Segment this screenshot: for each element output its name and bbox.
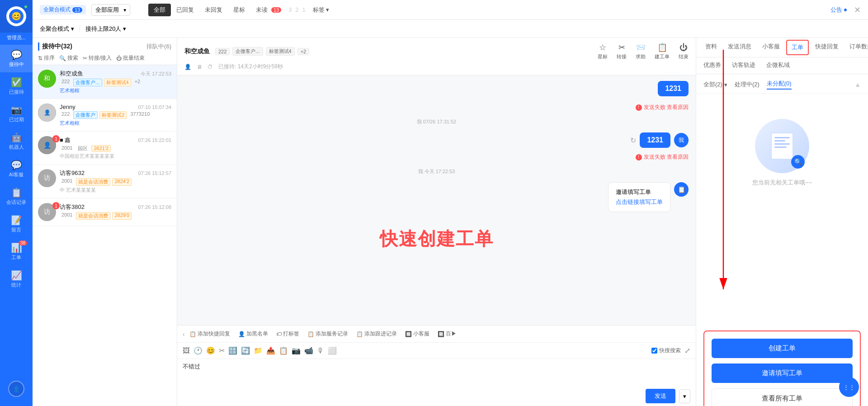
filter-tab-starred[interactable]: 星标 [228, 4, 250, 16]
float-action-button[interactable]: ⋮⋮ [839, 377, 859, 397]
device-icon: 🖥 [197, 64, 202, 70]
batch-end-tool[interactable]: ⏻ 批量结束 [116, 54, 145, 62]
bottom-avatar[interactable]: 👤 [0, 381, 33, 397]
chat-input[interactable]: 不错过 [183, 363, 690, 376]
section-tab-all[interactable]: 全部(2) ▾ [703, 80, 727, 89]
follow-log-btn[interactable]: 📋 添加跟进记录 [353, 328, 401, 340]
section-tab-processing[interactable]: 处理中(2) [735, 80, 760, 89]
subtab-visit-track[interactable]: 访客轨迹 [730, 57, 757, 74]
sidebar-item-reception[interactable]: 💬 接待中 [0, 45, 33, 72]
close-icon[interactable]: ✕ [854, 5, 861, 15]
upload-icon[interactable]: 📤 [266, 346, 275, 355]
queue-label[interactable]: 排队中(6) [146, 42, 171, 51]
chat-item[interactable]: 访 访客9632 07:26 15:12:57 2001 就是会话消费 2824… [33, 165, 177, 198]
tab-send-msg[interactable]: 发送消息 [722, 38, 757, 57]
sidebar-item-ai[interactable]: 💬 AI客服 [0, 155, 33, 183]
quick-search-checkbox[interactable] [651, 348, 657, 354]
emoji-icon[interactable]: 😊 [206, 346, 215, 355]
tab-quick-reply[interactable]: 快捷回复 [810, 38, 844, 57]
msg-error2[interactable]: ! 发送失败 查看原因 [636, 153, 689, 161]
sidebar-item-history[interactable]: 📋 会话记录 [0, 183, 33, 210]
sidebar-item-workorder[interactable]: 38 📊 工单 [0, 238, 33, 265]
tab-workorder[interactable]: 工单 [786, 40, 809, 55]
mode-dropdown-btn[interactable]: 全聚合模式 ▾ [40, 25, 74, 33]
transfer-action[interactable]: ✂ 转接 [617, 42, 627, 60]
sidebar-item-message[interactable]: 📝 留言 [0, 210, 33, 238]
mini-service-btn[interactable]: 🔲 小客服 [401, 328, 433, 340]
folder-icon[interactable]: 📁 [254, 346, 263, 355]
help-action[interactable]: 📨 求助 [636, 42, 646, 60]
filter-tab-tags[interactable]: 标签 ▾ [307, 4, 335, 16]
sort-tool[interactable]: ⇅ 排序 [38, 54, 55, 62]
image-icon[interactable]: 🖼 [183, 347, 190, 355]
filter-tab-replied[interactable]: 已回复 [171, 4, 199, 16]
tag-btn[interactable]: 🏷 打标签 [273, 328, 303, 340]
chat-item[interactable]: 和 和空成鱼 今天 17:22:53 222 企微客户... 标签测试4 +2 [33, 65, 177, 99]
user-avatar[interactable]: 👤 [8, 381, 24, 397]
video-icon[interactable]: 📹 [304, 346, 313, 355]
chat-item[interactable]: 1 访 访客3802 07:26 15:12:08 2001 就是会话消费 28… [33, 198, 177, 226]
sidebar-item-accepted[interactable]: ✅ 已接待 [0, 72, 33, 100]
preview-link[interactable]: 艺术相框 [60, 88, 80, 93]
section-tabs: 全部(2) ▾ 处理中(2) 未分配(0) ▲ [696, 74, 868, 94]
msg-time2: 我 今天 17:22:53 [184, 168, 689, 175]
send-button[interactable]: 发送 [646, 389, 675, 403]
search-tool[interactable]: 🔍 搜索 [59, 54, 78, 62]
section-tab-unassigned[interactable]: 未分配(0) [767, 80, 792, 90]
text-icon[interactable]: 🔠 [228, 346, 237, 355]
invite-fill-button[interactable]: 邀请填写工单 [712, 364, 853, 383]
logo-inner: 😊 [9, 9, 24, 24]
mode-tag[interactable]: 全聚合模式 13 [40, 5, 86, 14]
capacity-btn[interactable]: 接待上限20人 ▾ [85, 25, 126, 33]
avatar: 访 [38, 169, 56, 187]
create-workorder-button[interactable]: 创建工单 [712, 339, 853, 358]
chat-item[interactable]: 1 👤 ■ 鑫 07:26 15:22:01 2001 园区 2621'2 [33, 132, 177, 165]
service-log-btn[interactable]: 📋 添加服务记录 [304, 328, 352, 340]
card-link[interactable]: 点击链接填写工单 [616, 198, 663, 206]
end-action[interactable]: ⏻ 结束 [679, 43, 689, 60]
toolbar-left-chevron-icon[interactable]: ‹ [183, 330, 185, 338]
sidebar-item-expired[interactable]: 📷 已过期 [0, 100, 33, 127]
sidebar-item-robot[interactable]: 🤖 机器人 [0, 127, 33, 155]
mic-icon[interactable]: 🎙 [317, 347, 324, 355]
quick-reply-btn[interactable]: 📋 添加快捷回复 [186, 328, 234, 340]
app-logo: 😊 [0, 0, 33, 33]
box-icon[interactable]: ⬜ [328, 346, 337, 355]
tab-order-data[interactable]: 订单数据 [844, 38, 868, 57]
send-dropdown-button[interactable]: ▾ [679, 389, 690, 403]
filter-tab-all[interactable]: 全部 [148, 4, 171, 16]
retry-btn[interactable]: ↻ [630, 136, 636, 145]
clipboard-icon[interactable]: 📋 [279, 346, 288, 355]
preview-link[interactable]: 艺术相框 [60, 120, 80, 126]
msg-error[interactable]: ! 发送失败 查看原因 [636, 104, 689, 111]
section-scroll-up[interactable]: ▲ [854, 81, 861, 88]
refresh-icon[interactable]: 🔄 [241, 346, 250, 355]
more-btn[interactable]: 🔲 百▶ [434, 328, 460, 340]
announcement[interactable]: 公告 [830, 6, 847, 14]
history-icon: 📋 [11, 187, 22, 198]
subtab-enterprise[interactable]: 企微私域 [764, 57, 792, 74]
chat-tags: 222 企微客户 标签测试2 3773210 [60, 111, 171, 119]
tab-profile[interactable]: 资料 [700, 38, 722, 57]
transfer-tool[interactable]: ✂ 转接/接入 [83, 54, 112, 62]
topbar-left: 全聚合模式 13 全部应用 ▼ [40, 4, 130, 16]
create-ticket-label: 建工单 [655, 53, 670, 60]
filter-tab-unreplied[interactable]: 未回复 [199, 4, 228, 16]
view-all-button[interactable]: 查看所有工单 [712, 388, 853, 406]
create-ticket-action[interactable]: 📋 建工单 [655, 42, 670, 60]
tab-mini-service[interactable]: 小客服 [757, 38, 785, 57]
blacklist-btn[interactable]: 👤 加黑名单 [235, 328, 272, 340]
sidebar-item-stats[interactable]: 📈 统计 [0, 265, 33, 293]
service-log-icon: 📋 [307, 331, 314, 337]
subtab-coupon[interactable]: 优惠券 [702, 57, 723, 74]
filter-tab-unread[interactable]: 未读 13 [250, 4, 287, 16]
message-label: 留言 [11, 227, 21, 233]
app-select[interactable]: 全部应用 ▼ [91, 4, 130, 16]
scissors-icon[interactable]: ✂ [219, 346, 225, 355]
online-dot [24, 5, 28, 9]
star-action[interactable]: ☆ 星标 [598, 42, 608, 60]
clock-icon[interactable]: 🕐 [193, 346, 203, 355]
photo-icon[interactable]: 📷 [292, 346, 301, 355]
chat-item[interactable]: 👤 Jenny 07:10 15:07:34 222 企微客户 标签测试2 37… [33, 99, 177, 132]
expand-icon[interactable]: ⤢ [684, 346, 690, 355]
